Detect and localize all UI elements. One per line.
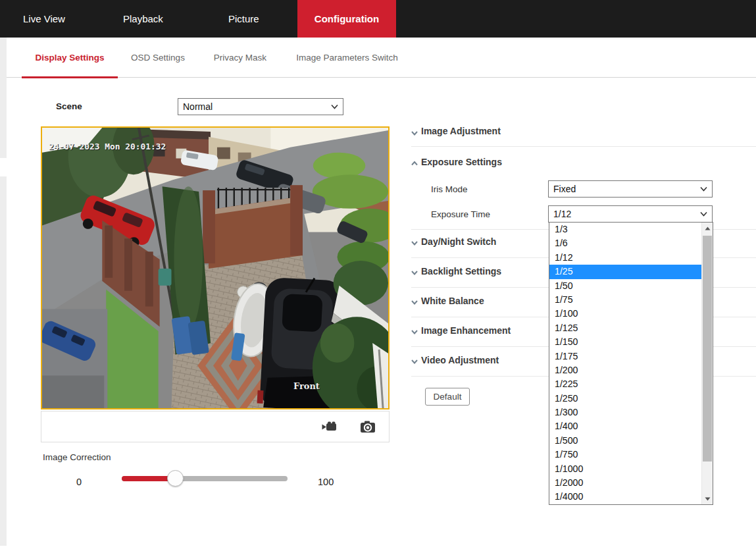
tab-osd-settings[interactable]: OSD Settings: [122, 38, 194, 77]
dropdown-option[interactable]: 1/150: [549, 335, 701, 349]
dropdown-option[interactable]: 1/175: [549, 350, 701, 363]
exposure-time-dropdown: 1/31/61/121/251/501/751/1001/1251/1501/1…: [549, 222, 713, 505]
section-video-adjustment[interactable]: Video Adjustment: [421, 355, 499, 365]
chevron-down-icon[interactable]: [411, 129, 418, 137]
live-preview[interactable]: 24-07-2023 Mon 20:01:32 24-07-2023 Mon 2…: [41, 126, 390, 410]
snapshot-icon[interactable]: [359, 419, 376, 435]
scene-select-value: Normal: [183, 101, 213, 112]
iris-mode-select[interactable]: Fixed: [548, 180, 713, 198]
tab-display-settings-label: Display Settings: [35, 53, 104, 63]
dropdown-option[interactable]: 1/125: [549, 321, 701, 335]
dropdown-option[interactable]: 1/1000: [549, 462, 701, 476]
slider-min-value: 0: [68, 477, 90, 487]
chevron-down-icon: [700, 211, 707, 217]
section-exposure-settings[interactable]: Exposure Settings: [421, 157, 502, 167]
chevron-down-icon[interactable]: [411, 357, 418, 365]
tab-image-parameters-switch-label: Image Parameters Switch: [296, 53, 398, 63]
section-backlight-settings[interactable]: Backlight Settings: [421, 266, 501, 277]
left-edge-strip: [0, 38, 7, 546]
dropdown-option[interactable]: 1/75: [549, 293, 701, 307]
dropdown-option[interactable]: 1/2000: [549, 476, 701, 490]
chevron-down-icon: [331, 104, 338, 109]
dropdown-option[interactable]: 1/400: [549, 419, 701, 433]
dropdown-scrollbar[interactable]: [701, 223, 713, 504]
tab-bar: Display Settings OSD Settings Privacy Ma…: [7, 38, 756, 78]
chevron-down-icon: [700, 186, 707, 192]
tab-display-settings[interactable]: Display Settings: [22, 38, 118, 77]
chevron-down-icon[interactable]: [411, 298, 418, 306]
nav-live-view[interactable]: Live View: [23, 0, 65, 38]
slider-max-value: 100: [318, 477, 334, 487]
exposure-time-select[interactable]: 1/12: [548, 205, 713, 223]
preview-toolbar: [41, 411, 390, 442]
exposure-time-label: Exposure Time: [431, 209, 490, 219]
tab-privacy-mask[interactable]: Privacy Mask: [204, 38, 276, 77]
section-day-night-switch[interactable]: Day/Night Switch: [421, 236, 496, 247]
iris-mode-label: Iris Mode: [431, 184, 468, 194]
dropdown-options: 1/31/61/121/251/501/751/1001/1251/1501/1…: [549, 223, 701, 504]
dropdown-option[interactable]: 1/6: [549, 236, 701, 250]
scene-label: Scene: [56, 98, 82, 115]
image-correction-slider[interactable]: [122, 476, 288, 481]
slider-thumb[interactable]: [167, 470, 184, 487]
dropdown-option[interactable]: 1/3: [549, 223, 701, 236]
dropdown-option[interactable]: 1/100: [549, 307, 701, 321]
scroll-down-icon[interactable]: [702, 493, 713, 504]
scrollbar-thumb[interactable]: [703, 236, 712, 462]
tab-image-parameters-switch[interactable]: Image Parameters Switch: [286, 38, 408, 77]
timestamp-overlay: 24-07-2023 Mon 20:01:32: [49, 142, 166, 151]
scroll-up-icon[interactable]: [702, 223, 713, 234]
default-button[interactable]: Default: [425, 388, 470, 406]
dropdown-option[interactable]: 1/300: [549, 406, 701, 419]
divider: [411, 146, 756, 147]
dropdown-option[interactable]: 1/500: [549, 434, 701, 448]
chevron-up-icon[interactable]: [411, 159, 418, 167]
front-label-overlay: Front: [293, 381, 320, 391]
dropdown-option[interactable]: 1/50: [549, 279, 701, 293]
tab-privacy-mask-label: Privacy Mask: [214, 53, 266, 63]
image-correction-label: Image Correction: [43, 452, 111, 462]
section-image-adjustment[interactable]: Image Adjustment: [421, 126, 501, 136]
dropdown-option[interactable]: 1/25: [549, 265, 701, 278]
nav-playback[interactable]: Playback: [123, 0, 163, 38]
tab-osd-settings-label: OSD Settings: [131, 53, 185, 63]
section-image-enhancement[interactable]: Image Enhancement: [421, 325, 511, 336]
scene-select[interactable]: Normal: [178, 98, 343, 115]
camera-scene: 24-07-2023 Mon 20:01:32 24-07-2023 Mon 2…: [42, 128, 388, 408]
exposure-time-value: 1/12: [553, 209, 571, 219]
dropdown-option[interactable]: 1/4000: [549, 490, 701, 504]
section-white-balance[interactable]: White Balance: [421, 296, 484, 306]
chevron-down-icon[interactable]: [411, 328, 418, 336]
chevron-down-icon[interactable]: [411, 269, 418, 277]
nav-picture[interactable]: Picture: [228, 0, 259, 38]
record-icon[interactable]: [321, 419, 338, 435]
active-tab-underline: [22, 76, 118, 78]
nav-configuration[interactable]: Configuration: [297, 0, 396, 38]
top-nav: Live View Playback Picture Configuration: [0, 0, 756, 38]
dropdown-option[interactable]: 1/200: [549, 363, 701, 377]
dropdown-option[interactable]: 1/12: [549, 251, 701, 265]
dropdown-option[interactable]: 1/250: [549, 392, 701, 406]
iris-mode-value: Fixed: [553, 184, 576, 194]
dropdown-option[interactable]: 1/225: [549, 377, 701, 391]
dropdown-option[interactable]: 1/750: [549, 448, 701, 462]
chevron-down-icon[interactable]: [411, 239, 418, 247]
